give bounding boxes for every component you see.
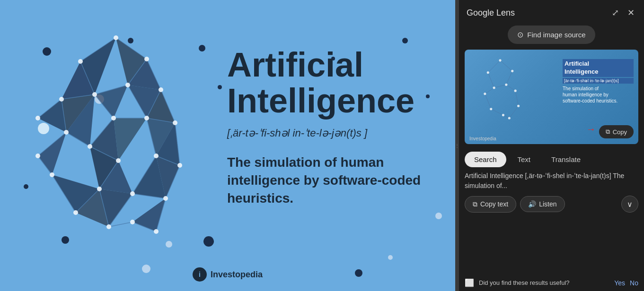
svg-point-58 xyxy=(78,59,83,64)
lens-header: Google Lens ⤢ ✕ xyxy=(459,0,644,24)
svg-line-85 xyxy=(506,71,512,85)
svg-point-66 xyxy=(111,116,116,120)
svg-point-75 xyxy=(97,187,102,191)
svg-point-98 xyxy=(505,84,507,86)
svg-line-87 xyxy=(506,85,515,91)
svg-point-99 xyxy=(484,93,486,95)
thumbnail-brand: Investopedia xyxy=(469,136,496,141)
svg-point-94 xyxy=(499,59,501,61)
copy-button-label: Copy xyxy=(613,128,627,136)
feedback-no-button[interactable]: No xyxy=(630,279,638,287)
svg-line-90 xyxy=(491,109,503,115)
copy-text-label: Copy text xyxy=(480,200,508,208)
svg-point-76 xyxy=(130,191,135,196)
extracted-text: Artificial Intelligence [,är-tə-ˈfi-shel… xyxy=(465,171,638,191)
thumbnail-copy-button[interactable]: ⧉ Copy xyxy=(599,125,634,138)
tab-search[interactable]: Search xyxy=(465,152,506,167)
google-lens-panel: Google Lens ⤢ ✕ ⊙ Find image source xyxy=(459,0,644,291)
svg-point-64 xyxy=(35,116,40,120)
svg-line-55 xyxy=(109,222,132,227)
feedback-row: ⬜ Did you find these results useful? Yes… xyxy=(459,274,644,291)
main-description: The simulation of human intelligence by … xyxy=(227,154,435,207)
svg-line-92 xyxy=(494,85,506,87)
lens-tabs: Search Text Translate xyxy=(459,150,644,171)
dot xyxy=(435,213,442,219)
brand-name: Investopedia xyxy=(211,270,263,280)
svg-line-89 xyxy=(515,91,518,106)
svg-point-68 xyxy=(173,120,177,125)
brain-illustration xyxy=(14,24,218,250)
svg-point-67 xyxy=(144,116,149,120)
main-panel: Artificial Intelligence [ˌär-tə-ˈfi-shəl… xyxy=(0,0,455,291)
red-arrow-indicator: → xyxy=(586,124,596,135)
svg-point-60 xyxy=(92,92,97,97)
svg-line-88 xyxy=(485,94,491,109)
panel-divider: ⋮ xyxy=(455,0,459,291)
feedback-yes-button[interactable]: Yes xyxy=(614,279,625,287)
copy-icon: ⧉ xyxy=(606,128,610,136)
tab-translate[interactable]: Translate xyxy=(542,152,590,167)
copy-text-button[interactable]: ⧉ Copy text xyxy=(465,196,516,213)
svg-point-77 xyxy=(163,196,168,201)
svg-point-95 xyxy=(487,71,489,74)
thumb-description: The simulation ofhuman intelligence byso… xyxy=(563,86,634,104)
logo-icon: i xyxy=(193,267,207,282)
find-image-label: Find image source xyxy=(527,31,585,39)
listen-button[interactable]: 🔊 Listen xyxy=(520,196,565,212)
dot xyxy=(218,85,222,89)
svg-line-82 xyxy=(488,60,500,73)
svg-point-96 xyxy=(511,70,513,72)
svg-point-81 xyxy=(154,229,159,234)
svg-point-97 xyxy=(493,86,495,89)
close-icon[interactable]: ✕ xyxy=(626,7,636,19)
title-line1: Artificial xyxy=(227,46,363,84)
svg-line-86 xyxy=(485,88,494,94)
dot xyxy=(388,255,393,260)
svg-line-83 xyxy=(500,60,512,71)
dot xyxy=(142,265,150,273)
thumb-text-overlay: ArtificialIntelligence [är-tə-ˈfi-shəl i… xyxy=(563,59,634,104)
svg-point-72 xyxy=(154,154,159,158)
svg-point-100 xyxy=(514,90,517,92)
feedback-question: Did you find these results useful? xyxy=(479,279,570,286)
dot xyxy=(402,38,408,43)
svg-point-80 xyxy=(130,220,135,224)
listen-icon: 🔊 xyxy=(528,200,536,208)
investopedia-logo: i Investopedia xyxy=(193,267,263,282)
chevron-down-icon: ∨ xyxy=(627,200,633,209)
lens-header-icons: ⤢ ✕ xyxy=(610,7,636,19)
title-line2: Intelligence xyxy=(227,82,415,120)
svg-point-62 xyxy=(159,87,163,92)
action-buttons: ⧉ Copy text 🔊 Listen ∨ xyxy=(459,196,644,217)
thumbnail-image: ArtificialIntelligence [är-tə-ˈfi-shəl i… xyxy=(465,50,638,144)
svg-line-91 xyxy=(509,106,518,118)
main-title: Artificial Intelligence xyxy=(227,47,435,119)
svg-line-84 xyxy=(488,73,494,88)
svg-point-65 xyxy=(64,130,69,135)
svg-point-63 xyxy=(59,97,64,102)
thumbnail-container: ArtificialIntelligence [är-tə-ˈfi-shəl i… xyxy=(465,50,638,144)
svg-point-102 xyxy=(517,105,520,107)
thumb-title: ArtificialIntelligence xyxy=(563,59,634,77)
svg-point-104 xyxy=(508,117,511,119)
listen-label: Listen xyxy=(539,200,556,208)
thumb-brain xyxy=(469,54,531,139)
svg-point-69 xyxy=(88,144,92,149)
tab-text[interactable]: Text xyxy=(508,152,540,167)
svg-point-74 xyxy=(50,172,54,177)
svg-point-73 xyxy=(177,163,182,168)
external-link-icon[interactable]: ⤢ xyxy=(610,7,621,19)
main-text-block: Artificial Intelligence [ˌär-tə-ˈfi-shəl… xyxy=(227,47,435,207)
svg-point-61 xyxy=(125,83,130,87)
find-image-source-button[interactable]: ⊙ Find image source xyxy=(508,26,595,44)
dot xyxy=(355,269,362,277)
svg-point-78 xyxy=(73,210,78,215)
expand-button[interactable]: ∨ xyxy=(621,196,638,213)
svg-marker-16 xyxy=(114,118,147,161)
extracted-text-area: Artificial Intelligence [,är-tə-ˈfi-shel… xyxy=(465,171,638,191)
svg-point-101 xyxy=(490,108,492,110)
lens-panel-title: Google Lens xyxy=(467,8,515,18)
lens-search-icon: ⊙ xyxy=(517,30,523,39)
svg-point-59 xyxy=(144,57,149,61)
svg-point-103 xyxy=(502,114,504,116)
